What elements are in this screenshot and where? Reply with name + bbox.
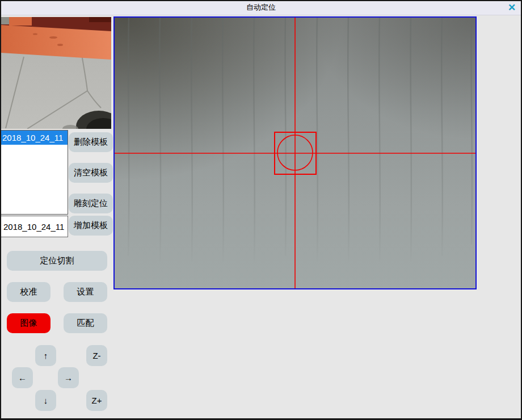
jog-down-button[interactable]: ↓	[35, 390, 56, 411]
match-button[interactable]: 匹配	[64, 313, 107, 333]
camera-image	[115, 18, 475, 288]
camera-view[interactable]	[113, 16, 477, 289]
title-bar: 自动定位 ✕	[0, 0, 522, 15]
template-photo	[1, 17, 111, 129]
template-preview-image	[1, 17, 111, 129]
calibrate-button[interactable]: 校准	[7, 282, 50, 302]
engrave-position-button[interactable]: 雕刻定位	[69, 194, 113, 213]
auto-position-dialog: 自动定位 ✕	[0, 0, 522, 420]
jog-right-button[interactable]: →	[58, 367, 79, 388]
jog-up-button[interactable]: ↑	[35, 345, 56, 366]
add-template-button[interactable]: 增加模板	[69, 216, 113, 236]
image-button-active[interactable]: 图像	[7, 313, 50, 333]
template-list: 2018_10_24_11	[1, 130, 68, 215]
close-button[interactable]: ✕	[506, 2, 518, 14]
jog-z-minus-button[interactable]: Z-	[86, 345, 107, 366]
position-cut-button[interactable]: 定位切割	[7, 251, 107, 271]
jog-left-button[interactable]: ←	[12, 367, 33, 388]
template-name-input[interactable]	[1, 216, 68, 237]
template-list-item[interactable]: 2018_10_24_11	[1, 131, 68, 145]
jog-z-plus-button[interactable]: Z+	[86, 390, 107, 411]
close-icon: ✕	[508, 2, 516, 14]
dialog-title: 自动定位	[0, 0, 522, 15]
clear-templates-button[interactable]: 清空模板	[69, 163, 113, 183]
settings-button[interactable]: 设置	[64, 282, 107, 302]
delete-template-button[interactable]: 删除模板	[69, 132, 113, 152]
